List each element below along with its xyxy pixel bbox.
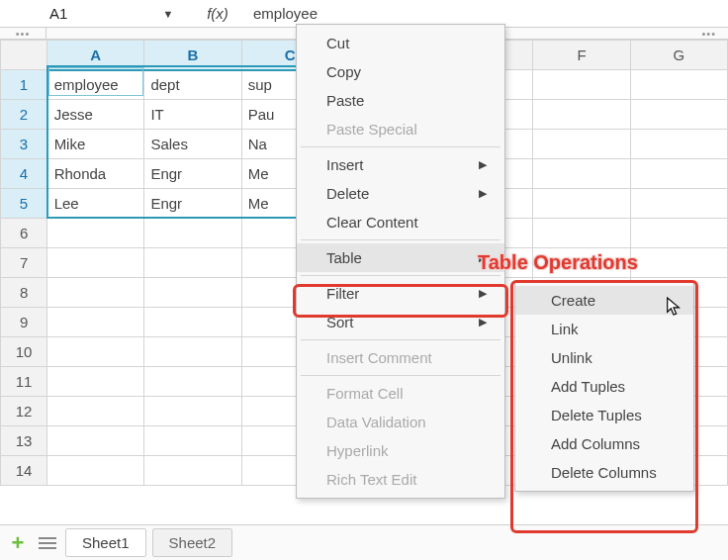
cell[interactable] — [144, 367, 241, 397]
row-header-2[interactable]: 2 — [1, 100, 47, 130]
cell[interactable] — [47, 219, 144, 248]
formula-input[interactable] — [251, 4, 728, 23]
row-header-1[interactable]: 1 — [1, 70, 47, 100]
select-all-corner[interactable] — [1, 41, 47, 70]
menu-item-label: Sort — [326, 314, 354, 330]
menu-item-sort[interactable]: Sort▶ — [297, 308, 504, 336]
cell[interactable] — [630, 219, 727, 248]
row-header-7[interactable]: 7 — [1, 248, 47, 278]
submenu-item-label: Link — [551, 321, 579, 337]
svg-rect-1 — [39, 542, 56, 544]
menu-item-label: Data Validation — [326, 414, 426, 430]
submenu-arrow-icon: ▶ — [479, 187, 487, 200]
cell[interactable] — [144, 308, 241, 337]
col-header-F[interactable]: F — [533, 41, 630, 70]
cell[interactable] — [533, 189, 630, 219]
cell[interactable]: Mike — [47, 130, 144, 159]
menu-item-table[interactable]: Table▶ — [297, 243, 504, 272]
cell[interactable] — [47, 456, 144, 486]
submenu-item-add-columns[interactable]: Add Columns — [515, 429, 693, 458]
menu-item-data-validation: Data Validation — [297, 408, 504, 436]
cell[interactable] — [533, 130, 630, 159]
cell[interactable]: employee — [47, 70, 144, 100]
cell[interactable] — [144, 456, 241, 486]
col-header-B[interactable]: B — [144, 41, 241, 70]
row-header-4[interactable]: 4 — [1, 159, 47, 189]
table-submenu: CreateLinkUnlinkAdd TuplesDelete TuplesA… — [514, 281, 694, 492]
cell[interactable] — [47, 397, 144, 426]
row-header-14[interactable]: 14 — [1, 456, 47, 486]
cell[interactable]: Jesse — [47, 100, 144, 130]
menu-item-label: Filter — [326, 285, 359, 302]
cell[interactable]: Engr — [144, 159, 241, 189]
fx-label[interactable]: f(x) — [188, 5, 247, 22]
menu-item-paste-special: Paste Special — [297, 115, 504, 143]
cell[interactable]: Rhonda — [47, 159, 144, 189]
row-header-3[interactable]: 3 — [1, 130, 47, 159]
submenu-item-add-tuples[interactable]: Add Tuples — [515, 372, 693, 401]
pane-handle-left[interactable]: ••• — [0, 28, 46, 39]
row-header-9[interactable]: 9 — [1, 308, 47, 337]
menu-item-delete[interactable]: Delete▶ — [297, 179, 504, 208]
cell[interactable] — [47, 278, 144, 308]
menu-item-paste[interactable]: Paste — [297, 86, 504, 115]
menu-item-clear-content[interactable]: Clear Content — [297, 208, 504, 236]
col-header-A[interactable]: A — [47, 41, 144, 70]
row-header-6[interactable]: 6 — [1, 219, 47, 248]
menu-item-insert-comment: Insert Comment — [297, 343, 504, 372]
submenu-item-link[interactable]: Link — [515, 315, 693, 343]
row-header-11[interactable]: 11 — [1, 367, 47, 397]
cell[interactable]: IT — [144, 100, 241, 130]
cell[interactable] — [144, 337, 241, 367]
cell[interactable] — [630, 159, 727, 189]
sheet-tab-sheet2[interactable]: Sheet2 — [152, 528, 233, 557]
cell[interactable] — [630, 248, 727, 278]
cell[interactable] — [47, 426, 144, 456]
menu-item-label: Format Cell — [326, 385, 404, 402]
row-header-8[interactable]: 8 — [1, 278, 47, 308]
sheet-tab-sheet1[interactable]: Sheet1 — [65, 528, 146, 557]
submenu-arrow-icon: ▶ — [479, 316, 487, 328]
row-header-5[interactable]: 5 — [1, 189, 47, 219]
cell[interactable]: Sales — [144, 130, 241, 159]
cell[interactable] — [144, 426, 241, 456]
col-header-G[interactable]: G — [630, 41, 727, 70]
row-header-12[interactable]: 12 — [1, 397, 47, 426]
cell[interactable] — [630, 189, 727, 219]
row-header-10[interactable]: 10 — [1, 337, 47, 367]
cell[interactable] — [47, 367, 144, 397]
cell[interactable] — [630, 130, 727, 159]
cell[interactable] — [47, 308, 144, 337]
cell[interactable]: Lee — [47, 189, 144, 219]
submenu-item-create[interactable]: Create — [515, 286, 693, 315]
menu-item-label: Clear Content — [326, 214, 418, 231]
row-header-13[interactable]: 13 — [1, 426, 47, 456]
menu-separator — [301, 339, 500, 340]
cell-reference-box[interactable]: A1 — [0, 5, 148, 22]
svg-rect-2 — [39, 547, 56, 549]
cell[interactable] — [144, 397, 241, 426]
add-sheet-button[interactable]: + — [6, 531, 30, 555]
sheet-list-button[interactable] — [36, 531, 59, 555]
cell[interactable] — [533, 100, 630, 130]
cell[interactable] — [144, 278, 241, 308]
cell[interactable] — [144, 248, 241, 278]
cell[interactable] — [47, 248, 144, 278]
cell[interactable]: dept — [144, 70, 241, 100]
submenu-item-delete-tuples[interactable]: Delete Tuples — [515, 401, 693, 429]
menu-item-cut[interactable]: Cut — [297, 29, 504, 57]
submenu-item-unlink[interactable]: Unlink — [515, 343, 693, 372]
cell[interactable] — [47, 337, 144, 367]
cell[interactable] — [144, 219, 241, 248]
menu-item-filter[interactable]: Filter▶ — [297, 279, 504, 308]
cell[interactable] — [533, 219, 630, 248]
name-box-dropdown-icon[interactable]: ▼ — [148, 8, 188, 20]
cell[interactable] — [630, 100, 727, 130]
menu-item-copy[interactable]: Copy — [297, 57, 504, 86]
cell[interactable] — [630, 70, 727, 100]
cell[interactable]: Engr — [144, 189, 241, 219]
menu-item-insert[interactable]: Insert▶ — [297, 150, 504, 179]
cell[interactable] — [533, 70, 630, 100]
submenu-item-delete-columns[interactable]: Delete Columns — [515, 458, 693, 487]
cell[interactable] — [533, 159, 630, 189]
